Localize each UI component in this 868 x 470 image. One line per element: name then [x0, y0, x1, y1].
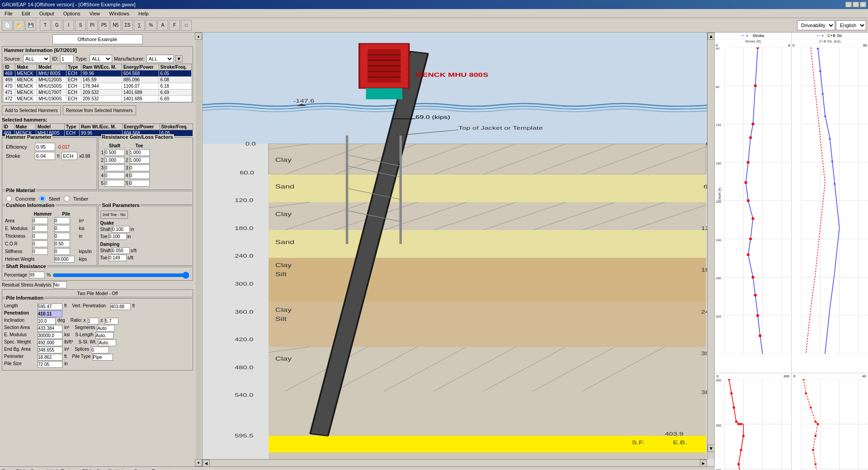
shaft-input-2[interactable]	[104, 157, 125, 164]
quake-toe-input[interactable]	[108, 233, 127, 240]
toolbar-btn1[interactable]: T	[40, 20, 51, 31]
scroll-track[interactable]	[196, 40, 201, 459]
toolbar-btn12[interactable]: F	[169, 20, 180, 31]
piletype-input[interactable]	[93, 354, 113, 361]
timber-radio[interactable]	[64, 196, 70, 202]
toolbar-new[interactable]: 📄	[2, 20, 13, 31]
area-pile-input[interactable]	[54, 217, 70, 224]
remove-selected-btn[interactable]: Remove from Selected Hammers	[63, 105, 136, 115]
menu-view[interactable]: View	[87, 10, 103, 17]
toolbar-btn4[interactable]: S	[75, 20, 86, 31]
shaft-input-3[interactable]	[104, 164, 125, 171]
toolbar-open[interactable]: 📂	[14, 20, 24, 31]
2nd-toe-btn[interactable]: 2nd Toe - No	[100, 211, 128, 219]
viz-scroll-up[interactable]: ▲	[708, 33, 714, 40]
toolbar-btn3[interactable]: I	[63, 20, 74, 31]
emod-hammer-input[interactable]	[32, 225, 48, 232]
sr-percent-input[interactable]	[29, 272, 45, 278]
sstw-input[interactable]	[98, 339, 116, 346]
helmet-input[interactable]	[54, 256, 75, 263]
add-selected-btn[interactable]: Add to Selected Hammers	[2, 105, 61, 115]
toe-input-4[interactable]	[129, 172, 150, 179]
viz-scroll-left[interactable]: ◄	[203, 460, 210, 466]
menu-edit[interactable]: Edit	[19, 10, 33, 17]
pilesize-input[interactable]	[38, 361, 62, 368]
stroke-type-input[interactable]	[61, 152, 77, 160]
hammer-row[interactable]: 471MENCKMHU1700TECH209.5321401.6896.69	[4, 89, 192, 96]
hammer-row[interactable]: 468MENCKMHU 800SECH99.96604.5686.05	[4, 70, 192, 77]
sl-input[interactable]	[95, 332, 113, 339]
driveability-dropdown[interactable]: Driveability	[797, 20, 835, 30]
shaft-input-4[interactable]	[104, 172, 125, 179]
scroll-down-btn[interactable]: ▼	[195, 459, 202, 466]
project-name-input[interactable]	[52, 34, 143, 44]
hammer-row[interactable]: 472MENCKMHU1900SECH209.5321401.6896.69	[4, 96, 192, 102]
viz-scroll-down[interactable]: ▼	[708, 445, 714, 452]
damp-toe-input[interactable]	[108, 254, 127, 261]
toolbar-btn8[interactable]: ΣS	[122, 20, 133, 31]
hammer-row[interactable]: 470MENCKMHU1500SECH178.9441106.076.18	[4, 83, 192, 89]
endbg-input[interactable]	[38, 347, 62, 353]
pen-input[interactable]	[38, 310, 62, 317]
seg-input[interactable]	[97, 325, 115, 332]
inc-input[interactable]	[38, 318, 56, 324]
steel-radio[interactable]	[39, 196, 45, 202]
stiff-hammer-input[interactable]	[32, 248, 48, 255]
viz-scroll-right[interactable]: ►	[700, 460, 707, 466]
vpen-input[interactable]	[110, 303, 131, 310]
sr-slider[interactable]	[52, 273, 191, 278]
toe-input-1[interactable]	[129, 149, 150, 156]
shaft-input-1[interactable]	[104, 149, 125, 156]
mfg-select[interactable]: ALL	[146, 55, 174, 63]
toolbar-btn9[interactable]: ∑	[134, 20, 145, 31]
quake-shaft-input[interactable]	[112, 226, 130, 233]
stiff-pile-input[interactable]	[54, 248, 70, 255]
maximize-btn[interactable]: □	[853, 2, 859, 7]
toolbar-btn11[interactable]: A	[157, 20, 168, 31]
menu-options[interactable]: Options	[61, 10, 83, 17]
toe-input-2[interactable]	[129, 157, 150, 164]
toe-input-5[interactable]	[129, 180, 150, 187]
stroke-input[interactable]	[35, 152, 55, 160]
damp-shaft-input[interactable]	[112, 247, 130, 254]
id-input[interactable]	[60, 55, 74, 63]
efficiency-input[interactable]	[35, 143, 55, 151]
emod-pile-input[interactable]	[54, 225, 70, 232]
scroll-up-btn[interactable]: ▲	[195, 33, 202, 40]
menu-windows[interactable]: Windows	[106, 10, 132, 17]
toolbar-btn6[interactable]: P5	[99, 20, 109, 31]
ratio-z-input[interactable]	[105, 318, 118, 324]
toolbar-save[interactable]: 💾	[25, 20, 36, 31]
type-select[interactable]: ALL	[90, 55, 112, 63]
sect-input[interactable]	[38, 325, 62, 332]
menu-help[interactable]: Help	[136, 10, 151, 17]
menu-output[interactable]: Output	[37, 10, 57, 17]
thickness-hammer-input[interactable]	[32, 233, 48, 240]
splice-input[interactable]	[91, 347, 109, 353]
toolbar-btn2[interactable]: G	[52, 20, 62, 31]
close-btn[interactable]: ×	[860, 2, 866, 7]
peri-input[interactable]	[38, 354, 62, 361]
toolbar-btn10[interactable]: %	[146, 20, 156, 31]
source-select[interactable]: ALL	[23, 55, 50, 63]
minimize-btn[interactable]: _	[845, 2, 852, 7]
filter-btn[interactable]: ▼	[175, 55, 183, 62]
hammer-row[interactable]: 469MENCKMHU1200SECH145.59885.0966.08	[4, 77, 192, 83]
thickness-pile-input[interactable]	[54, 233, 70, 240]
toolbar-btn7[interactable]: N5	[110, 20, 121, 31]
emod2-input[interactable]	[38, 332, 62, 339]
toolbar-btn5[interactable]: PI	[87, 20, 98, 31]
toe-input-3[interactable]	[129, 164, 150, 171]
menu-file[interactable]: File	[2, 10, 15, 17]
language-dropdown[interactable]: English	[836, 20, 866, 30]
area-hammer-input[interactable]	[32, 217, 48, 224]
shaft-input-5[interactable]	[104, 180, 125, 187]
residual-input[interactable]	[53, 282, 67, 288]
ratio-x-input[interactable]	[88, 318, 99, 324]
toolbar-btn13[interactable]: □	[181, 20, 192, 31]
cor-pile-input[interactable]	[54, 240, 70, 247]
spec-input[interactable]	[38, 339, 62, 346]
concrete-radio[interactable]	[6, 196, 12, 202]
cor-hammer-input[interactable]	[32, 240, 48, 247]
length-input[interactable]	[38, 303, 62, 310]
